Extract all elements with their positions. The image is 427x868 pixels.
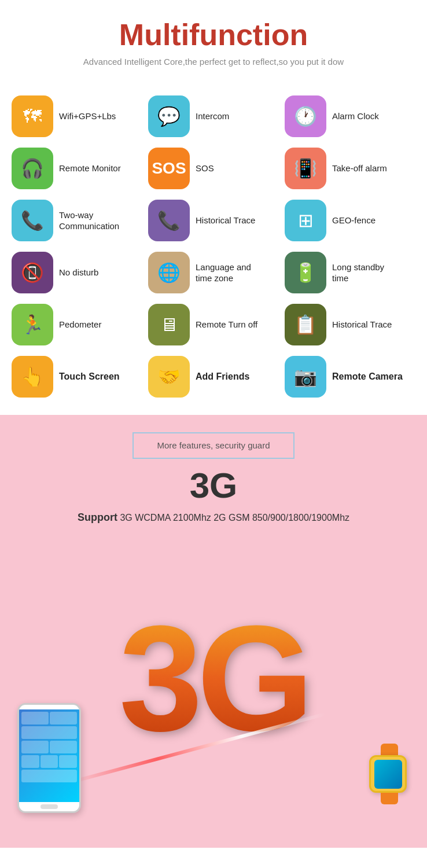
- feature-item-touchscreen: 👆Touch Screen: [12, 356, 142, 398]
- feature-grid: 🗺Wifi+GPS+Lbs💬Intercom🕐Alarm Clock🎧Remot…: [0, 95, 427, 415]
- three-g-title: 3G: [12, 465, 415, 506]
- feature-item-intercom: 💬Intercom: [148, 95, 279, 137]
- feature-label-twoway: Two-wayCommunication: [59, 209, 119, 232]
- feature-label-nodisturb: No disturb: [59, 267, 98, 278]
- feature-label-remotecamera: Remote Camera: [332, 371, 403, 383]
- support-label: Support: [78, 512, 117, 523]
- feature-icon-language: 🌐: [148, 252, 190, 293]
- feature-label-geofence: GEO-fence: [332, 215, 376, 226]
- watch-mockup: [369, 744, 410, 807]
- feature-icon-nodisturb: 📵: [12, 252, 53, 293]
- feature-icon-historical2: 📋: [285, 304, 326, 345]
- top-section: Multifunction Advanced Intelligent Core,…: [0, 0, 427, 95]
- feature-icon-standby: 🔋: [285, 252, 326, 293]
- feature-label-standby: Long standbytime: [332, 262, 384, 284]
- feature-item-alarm: 🕐Alarm Clock: [285, 95, 415, 137]
- feature-item-remoteoff: 🖥Remote Turn off: [148, 304, 279, 345]
- watch-screen: [374, 760, 402, 789]
- feature-label-historical1: Historical Trace: [196, 215, 255, 226]
- feature-label-addfriends: Add Friends: [196, 371, 249, 383]
- feature-icon-addfriends: 🤝: [148, 356, 190, 398]
- feature-item-wifi-gps: 🗺Wifi+GPS+Lbs: [12, 95, 142, 137]
- phone-screen: [19, 709, 79, 802]
- feature-icon-remotecamera: 📷: [285, 356, 326, 398]
- feature-item-standby: 🔋Long standbytime: [285, 252, 415, 293]
- watch-body: [369, 755, 407, 793]
- feature-icon-takeoff: 📳: [285, 148, 326, 189]
- feature-icon-touchscreen: 👆: [12, 356, 53, 398]
- feature-item-remote-monitor: 🎧Remote Monitor: [12, 148, 142, 189]
- bottom-section: More features, security guard 3G Support…: [0, 415, 427, 848]
- sos-icon: SOS: [148, 148, 190, 189]
- feature-icon-alarm: 🕐: [285, 95, 326, 137]
- feature-icon-wifi-gps: 🗺: [12, 95, 53, 137]
- feature-label-takeoff: Take-off alarm: [332, 163, 387, 174]
- feature-item-historical1: 📞Historical Trace: [148, 200, 279, 241]
- feature-label-pedometer: Pedometer: [59, 319, 101, 330]
- feature-label-touchscreen: Touch Screen: [59, 371, 120, 383]
- phone-mockup: [17, 703, 81, 813]
- feature-item-remotecamera: 📷Remote Camera: [285, 356, 415, 398]
- feature-item-twoway: 📞Two-wayCommunication: [12, 200, 142, 241]
- big-3g-graphic: 3G: [119, 603, 308, 753]
- feature-icon-twoway: 📞: [12, 200, 53, 241]
- feature-item-pedometer: 🏃Pedometer: [12, 304, 142, 345]
- watch-band-top: [381, 744, 398, 755]
- graphic-area: 3G: [12, 541, 415, 830]
- subtitle: Advanced Intelligent Core,the perfect ge…: [12, 57, 415, 67]
- feature-item-takeoff: 📳Take-off alarm: [285, 148, 415, 189]
- support-text: Support 3G WCDMA 2100Mhz 2G GSM 850/900/…: [12, 512, 415, 524]
- feature-icon-intercom: 💬: [148, 95, 190, 137]
- features-box: More features, security guard: [132, 432, 294, 459]
- support-detail: 3G WCDMA 2100Mhz 2G GSM 850/900/1800/190…: [120, 513, 349, 523]
- feature-icon-geofence: ⊞: [285, 200, 326, 241]
- feature-label-alarm: Alarm Clock: [332, 111, 379, 122]
- feature-label-wifi-gps: Wifi+GPS+Lbs: [59, 111, 116, 122]
- main-title: Multifunction: [12, 17, 415, 52]
- features-box-text: More features, security guard: [157, 440, 270, 450]
- feature-item-sos: SOSSOS: [148, 148, 279, 189]
- feature-label-sos: SOS: [196, 163, 214, 174]
- feature-icon-historical1: 📞: [148, 200, 190, 241]
- feature-label-historical2: Historical Trace: [332, 319, 392, 330]
- feature-label-remoteoff: Remote Turn off: [196, 319, 257, 330]
- feature-label-remote-monitor: Remote Monitor: [59, 163, 121, 174]
- feature-label-language: Language andtime zone: [196, 262, 251, 284]
- feature-label-intercom: Intercom: [196, 111, 229, 122]
- feature-item-nodisturb: 📵No disturb: [12, 252, 142, 293]
- feature-item-historical2: 📋Historical Trace: [285, 304, 415, 345]
- watch-band-bottom: [381, 793, 398, 804]
- feature-item-addfriends: 🤝Add Friends: [148, 356, 279, 398]
- phone-button: [41, 804, 58, 809]
- feature-item-geofence: ⊞GEO-fence: [285, 200, 415, 241]
- feature-icon-remoteoff: 🖥: [148, 304, 190, 345]
- feature-item-language: 🌐Language andtime zone: [148, 252, 279, 293]
- feature-icon-pedometer: 🏃: [12, 304, 53, 345]
- feature-icon-remote-monitor: 🎧: [12, 148, 53, 189]
